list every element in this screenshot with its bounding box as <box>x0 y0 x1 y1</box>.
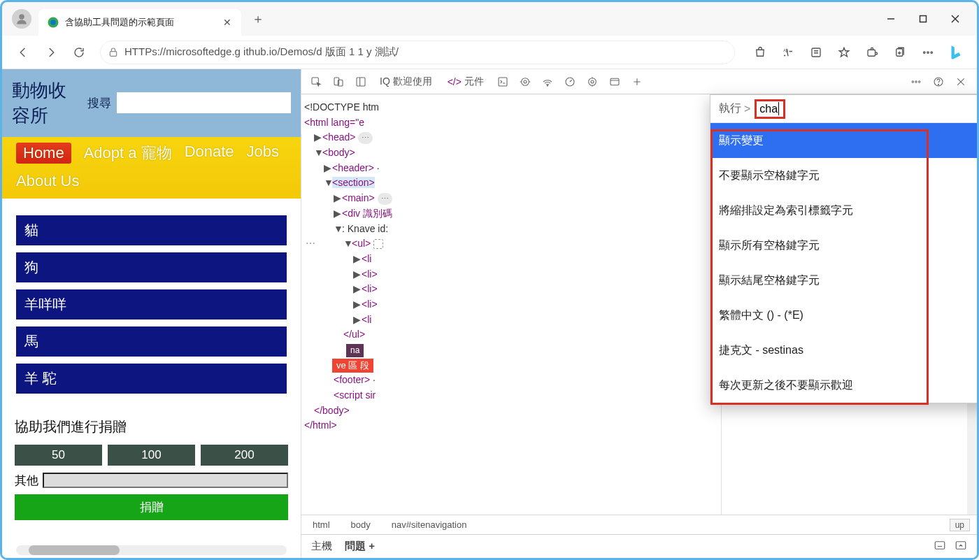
svg-text:A)): A)) <box>783 48 788 52</box>
other-amount-input[interactable] <box>43 473 288 488</box>
browser-toolbar: HTTPs://microsoftedge.g ithub.io/Demos/d… <box>2 36 977 69</box>
maximize-button[interactable] <box>907 8 939 30</box>
browser-tab[interactable]: 含協助工具問題的示範頁面 ✕ <box>38 9 241 36</box>
palette-item[interactable]: 顯示結尾空格鍵字元來源 <box>710 263 979 298</box>
devtools-close-icon[interactable] <box>952 73 970 91</box>
donate-amount-50[interactable]: 50 <box>15 445 102 466</box>
refresh-button[interactable] <box>66 40 92 65</box>
svg-point-42 <box>918 81 920 82</box>
sources-icon[interactable] <box>516 73 534 91</box>
palette-item[interactable]: 顯示所有空格鍵字元來源 <box>710 228 979 263</box>
help-icon[interactable] <box>929 73 948 91</box>
nav-jobs[interactable]: Jobs <box>247 143 279 164</box>
bing-button[interactable] <box>943 40 969 65</box>
breadcrumb: html body nav#sitenavigation up <box>301 515 977 534</box>
palette-item[interactable]: 繁體中文 () - (*E)外觀弧形出樣式工 <box>710 298 979 333</box>
donate-heading: 協助我們進行捐贈 <box>15 417 288 436</box>
svg-rect-7 <box>110 51 116 56</box>
elements-tree[interactable]: <!DOCTYPE htm <html lang="e ▶<head> ⋯ ▼<… <box>301 94 721 515</box>
read-aloud-icon[interactable]: A)) <box>776 40 801 65</box>
dock-icon[interactable] <box>352 73 370 91</box>
reader-icon[interactable] <box>803 40 829 65</box>
svg-point-44 <box>938 84 938 85</box>
url-text: HTTPs://microsoftedge.g ithub.io/Demos/d… <box>124 45 399 59</box>
svg-point-41 <box>915 81 917 82</box>
svg-rect-9 <box>812 48 820 57</box>
breadcrumb-html[interactable]: html <box>308 518 334 531</box>
donate-amount-200[interactable]: 200 <box>201 445 288 466</box>
lock-icon <box>108 47 119 58</box>
minimize-button[interactable] <box>875 8 907 30</box>
svg-point-29 <box>547 85 548 85</box>
profile-avatar[interactable] <box>12 9 31 29</box>
svg-rect-22 <box>357 78 365 86</box>
collections-icon[interactable] <box>887 40 913 65</box>
list-item[interactable]: 貓 <box>16 215 287 245</box>
svg-rect-36 <box>610 78 619 85</box>
breadcrumb-nav[interactable]: nav#sitenavigation <box>387 518 471 531</box>
issues-tab[interactable]: 問題 <box>345 540 366 552</box>
palette-item[interactable]: 顯示變更快速檢視 <box>710 123 979 158</box>
shopping-icon[interactable] <box>748 40 773 65</box>
search-label: 搜尋 <box>87 95 111 111</box>
content-area: 動物收容所 搜尋 Home Adopt a 寵物 Donate Jobs Abo… <box>2 69 977 558</box>
list-item[interactable]: 馬 <box>16 326 287 357</box>
console-icon[interactable] <box>494 73 512 91</box>
palette-item[interactable]: 每次更新之後不要顯示歡迎外觀 <box>710 368 979 403</box>
application-icon[interactable] <box>606 73 624 91</box>
devtools-more-icon[interactable] <box>907 73 925 91</box>
devtools-bottom-bar: 主機 問題 + <box>301 534 977 558</box>
palette-item[interactable]: 將縮排設定為索引標籤字元來源 <box>710 193 979 228</box>
palette-header: 執行 > cha <box>710 95 979 123</box>
expand-icon[interactable] <box>955 539 967 554</box>
svg-point-40 <box>912 81 913 82</box>
nav-adopt[interactable]: Adopt a 寵物 <box>84 143 172 164</box>
nav-donate[interactable]: Donate <box>185 143 234 164</box>
inspect-icon[interactable] <box>307 73 325 91</box>
svg-point-17 <box>927 51 929 52</box>
svg-point-32 <box>589 78 596 85</box>
palette-item[interactable]: 不要顯示空格鍵字元來源 <box>710 158 979 193</box>
new-tab-button[interactable]: ＋ <box>247 8 269 30</box>
extensions-icon[interactable] <box>859 40 885 65</box>
donate-button[interactable]: 捐贈 <box>15 494 288 520</box>
tab-welcome[interactable]: IQ 歡迎使用 <box>374 76 438 88</box>
tab-title: 含協助工具問題的示範頁面 <box>65 16 216 29</box>
device-icon[interactable] <box>329 73 348 91</box>
other-label: 其他 <box>15 473 38 489</box>
svg-point-2 <box>50 20 56 25</box>
donate-section: 協助我們進行捐贈 50 100 200 其他 捐贈 <box>2 410 301 527</box>
tab-elements[interactable]: </>元件 <box>442 76 490 88</box>
performance-icon[interactable] <box>561 73 579 91</box>
rendered-page: 動物收容所 搜尋 Home Adopt a 寵物 Donate Jobs Abo… <box>2 69 301 558</box>
add-tab-icon[interactable] <box>628 73 646 91</box>
list-item[interactable]: 狗 <box>16 252 287 282</box>
animal-list: 貓 狗 羊咩咩 馬 羊 駝 <box>2 199 301 410</box>
network-icon[interactable] <box>538 73 557 91</box>
nav-home[interactable]: Home <box>16 143 71 164</box>
donate-amount-100[interactable]: 100 <box>108 445 195 466</box>
list-item[interactable]: 羊 駝 <box>16 364 287 394</box>
close-icon[interactable]: ✕ <box>222 17 233 28</box>
memory-icon[interactable] <box>583 73 601 91</box>
favorite-icon[interactable] <box>831 40 857 65</box>
breadcrumb-body[interactable]: body <box>347 518 375 531</box>
palette-input[interactable]: cha <box>755 99 785 119</box>
back-button[interactable] <box>10 40 36 65</box>
svg-point-0 <box>19 14 24 20</box>
devtools-toolbar: IQ 歡迎使用 </>元件 <box>301 69 977 94</box>
forward-button[interactable] <box>38 40 64 65</box>
horizontal-scrollbar[interactable] <box>16 545 287 555</box>
close-window-button[interactable] <box>939 8 971 30</box>
svg-point-18 <box>931 51 932 52</box>
address-bar[interactable]: HTTPs://microsoftedge.g ithub.io/Demos/d… <box>100 41 735 64</box>
search-input[interactable] <box>117 92 291 113</box>
drawer-icon[interactable] <box>934 539 946 554</box>
host-tab[interactable]: 主機 <box>311 540 332 553</box>
breadcrumb-up-button[interactable]: up <box>950 519 970 531</box>
svg-point-33 <box>591 80 594 83</box>
nav-about[interactable]: About Us <box>16 172 80 190</box>
more-icon[interactable] <box>915 40 941 65</box>
list-item[interactable]: 羊咩咩 <box>16 289 287 320</box>
palette-item[interactable]: 捷克文 - sestinasAppe作表 m <box>710 333 979 368</box>
